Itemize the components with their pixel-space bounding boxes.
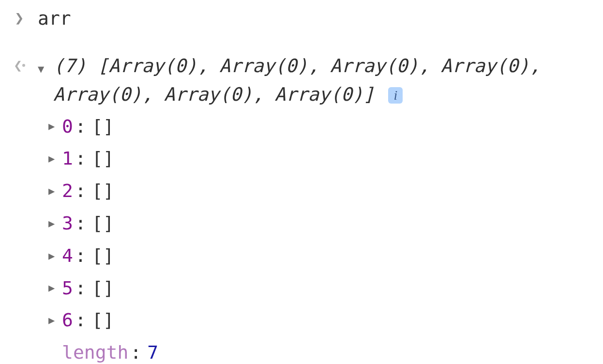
property-length[interactable]: length: 7	[48, 338, 593, 364]
colon: :	[75, 273, 86, 303]
prop-value: []	[92, 112, 114, 141]
disclosure-triangle-right-icon[interactable]: ▶	[48, 279, 60, 296]
prop-key: 3	[62, 209, 73, 238]
array-summary-text[interactable]: (7) [Array(0), Array(0), Array(0), Array…	[53, 52, 593, 109]
prop-key: 0	[62, 112, 73, 141]
colon: :	[130, 338, 141, 364]
prop-key: 6	[62, 305, 73, 335]
array-body: [Array(0), Array(0), Array(0), Array(0),…	[53, 55, 541, 105]
property-index-2[interactable]: ▶2:[]	[48, 176, 593, 206]
disclosure-triangle-right-icon[interactable]: ▶	[48, 215, 60, 232]
prop-key: 1	[62, 144, 73, 173]
prop-value: []	[92, 176, 114, 206]
prop-value: []	[92, 144, 114, 173]
disclosure-triangle-down-icon[interactable]: ▼	[38, 52, 50, 77]
input-expression: arr	[38, 8, 71, 29]
disclosure-triangle-right-icon[interactable]: ▶	[48, 118, 60, 135]
output-chevron-icon: ❮	[14, 54, 25, 77]
info-badge-icon[interactable]: i	[388, 87, 403, 104]
property-index-5[interactable]: ▶5:[]	[48, 273, 593, 303]
disclosure-triangle-right-icon[interactable]: ▶	[48, 247, 60, 264]
prop-key-length: length	[62, 338, 128, 364]
console-output-row: ❮ ▼ (7) [Array(0), Array(0), Array(0), A…	[10, 47, 593, 364]
disclosure-triangle-right-icon[interactable]: ▶	[48, 150, 60, 167]
property-index-6[interactable]: ▶6:[]	[48, 305, 593, 335]
prop-value: []	[92, 241, 114, 271]
console-input-row: ❯ arr	[10, 4, 593, 33]
array-length-prefix: (7)	[53, 55, 98, 76]
colon: :	[75, 209, 86, 238]
input-chevron-icon: ❯	[15, 6, 24, 30]
prop-value: []	[92, 209, 114, 238]
prop-key: 5	[62, 273, 73, 303]
disclosure-triangle-right-icon[interactable]: ▶	[48, 182, 60, 199]
colon: :	[75, 305, 86, 335]
prop-value-length: 7	[147, 338, 158, 364]
disclosure-triangle-right-icon[interactable]: ▶	[48, 312, 60, 329]
output-prompt-col: ❮	[10, 47, 29, 77]
colon: :	[75, 241, 86, 271]
colon: :	[75, 112, 86, 141]
property-index-3[interactable]: ▶3:[]	[48, 209, 593, 238]
property-index-4[interactable]: ▶4:[]	[48, 241, 593, 271]
input-prompt-col: ❯	[10, 4, 29, 30]
prop-key: 4	[62, 241, 73, 271]
colon: :	[75, 176, 86, 206]
input-content[interactable]: arr	[38, 4, 593, 33]
colon: :	[75, 144, 86, 173]
array-properties-list: ▶0:[]▶1:[]▶2:[]▶3:[]▶4:[]▶5:[]▶6:[] leng…	[48, 112, 593, 364]
array-summary-block[interactable]: ▼ (7) [Array(0), Array(0), Array(0), Arr…	[38, 52, 593, 109]
prop-key: 2	[62, 176, 73, 206]
prop-value: []	[92, 273, 114, 303]
property-index-1[interactable]: ▶1:[]	[48, 144, 593, 173]
prop-value: []	[92, 305, 114, 335]
output-content: ▼ (7) [Array(0), Array(0), Array(0), Arr…	[38, 47, 593, 364]
property-index-0[interactable]: ▶0:[]	[48, 112, 593, 141]
